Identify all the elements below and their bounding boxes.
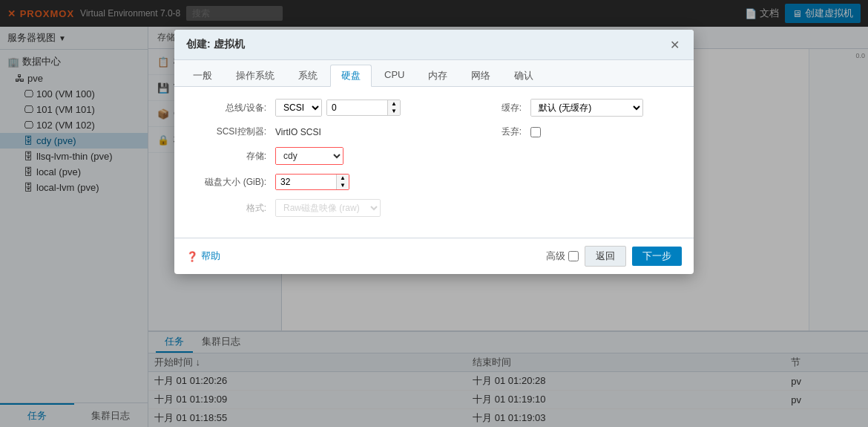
tab-cpu[interactable]: CPU (373, 65, 415, 86)
next-button[interactable]: 下一步 (632, 247, 682, 266)
disk-size-up[interactable]: ▲ (337, 175, 349, 182)
tab-harddisk[interactable]: 硬盘 (330, 65, 372, 87)
bus-number-input[interactable] (327, 100, 387, 115)
discard-row: 丢弃: (441, 126, 682, 138)
tab-system[interactable]: 系统 (287, 65, 329, 86)
back-button[interactable]: 返回 (585, 246, 626, 267)
modal-body: 总线/设备: SCSI ▲ ▼ (174, 87, 694, 238)
advanced-row: 高级 (546, 250, 579, 263)
cache-select[interactable]: 默认 (无缓存) (531, 100, 642, 116)
storage-label: 存储: (186, 150, 275, 163)
bus-select[interactable]: SCSI (276, 100, 321, 116)
storage-control-group: cdy local local-lvm (275, 147, 343, 165)
storage-select-group: cdy local local-lvm (275, 147, 343, 165)
help-label: 帮助 (201, 250, 220, 263)
tab-general[interactable]: 一般 (182, 65, 223, 86)
disk-size-input[interactable] (276, 175, 336, 189)
modal-header: 创建: 虚拟机 ✕ (174, 30, 694, 60)
disk-size-row: 磁盘大小 (GiB): ▲ ▼ (186, 174, 427, 190)
question-icon: ❓ (186, 251, 198, 262)
disk-size-input-group: ▲ ▼ (275, 174, 349, 190)
modal-form: 总线/设备: SCSI ▲ ▼ (186, 99, 682, 226)
advanced-checkbox[interactable] (568, 251, 579, 261)
bus-number-input-group: ▲ ▼ (326, 100, 401, 116)
scsi-label: SCSI控制器: (186, 126, 275, 138)
advanced-label: 高级 (546, 250, 565, 263)
modal-overlay: 创建: 虚拟机 ✕ 一般 操作系统 系统 硬盘 CPU 内存 网络 确认 总线/… (0, 0, 868, 427)
scsi-value: VirtIO SCSI (275, 127, 321, 137)
bus-control-group: SCSI ▲ ▼ (275, 99, 401, 117)
tab-memory[interactable]: 内存 (417, 65, 458, 86)
bus-select-group: SCSI (275, 99, 322, 117)
storage-row: 存储: cdy local local-lvm (186, 147, 427, 165)
bus-device-row: 总线/设备: SCSI ▲ ▼ (186, 99, 427, 117)
modal-footer: ❓ 帮助 高级 返回 下一步 (174, 238, 694, 274)
format-row: 格式: Raw磁盘映像 (raw) (186, 199, 427, 217)
bus-label: 总线/设备: (186, 102, 275, 114)
tab-os[interactable]: 操作系统 (225, 65, 286, 86)
discard-label: 丢弃: (441, 126, 530, 138)
bus-number-arrows: ▲ ▼ (387, 100, 400, 115)
help-button[interactable]: ❓ 帮助 (186, 250, 220, 263)
form-right: 缓存: 默认 (无缓存) 丢弃: (427, 99, 682, 226)
format-label: 格式: (186, 202, 275, 215)
create-vm-modal: 创建: 虚拟机 ✕ 一般 操作系统 系统 硬盘 CPU 内存 网络 确认 总线/… (174, 30, 694, 274)
discard-checkbox[interactable] (530, 127, 541, 137)
form-left: 总线/设备: SCSI ▲ ▼ (186, 99, 427, 226)
disk-size-label: 磁盘大小 (GiB): (186, 176, 275, 189)
bus-number-down[interactable]: ▼ (388, 108, 400, 115)
cache-select-group: 默认 (无缓存) (530, 99, 643, 117)
format-select-group: Raw磁盘映像 (raw) (275, 199, 381, 217)
tab-network[interactable]: 网络 (460, 65, 502, 86)
modal-tabs: 一般 操作系统 系统 硬盘 CPU 内存 网络 确认 (174, 60, 694, 87)
bus-number-up[interactable]: ▲ (388, 100, 400, 108)
disk-size-arrows: ▲ ▼ (336, 175, 349, 189)
cache-label: 缓存: (441, 102, 530, 114)
cache-row: 缓存: 默认 (无缓存) (441, 99, 682, 117)
format-select: Raw磁盘映像 (raw) (276, 200, 380, 216)
scsi-controller-row: SCSI控制器: VirtIO SCSI (186, 126, 427, 138)
modal-close-button[interactable]: ✕ (667, 37, 682, 52)
storage-select[interactable]: cdy local local-lvm (276, 148, 343, 164)
tab-confirm[interactable]: 确认 (503, 65, 545, 86)
footer-right: 高级 返回 下一步 (546, 246, 682, 267)
disk-size-down[interactable]: ▼ (337, 182, 349, 189)
modal-title: 创建: 虚拟机 (186, 38, 245, 51)
